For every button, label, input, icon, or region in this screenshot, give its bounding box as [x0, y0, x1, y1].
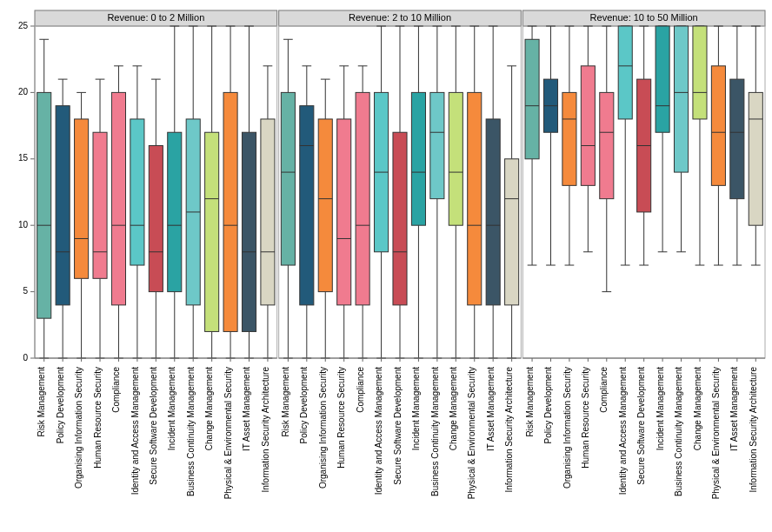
box-identity-and-access-management: [375, 26, 389, 358]
box-physical-environmental-security: [223, 26, 237, 358]
svg-rect-119: [318, 119, 332, 292]
x-tick-label: Policy Development: [299, 367, 309, 444]
box-compliance: [600, 26, 614, 292]
y-tick-label: 15: [18, 153, 29, 163]
svg-rect-147: [393, 132, 407, 305]
box-information-security-architecture: [749, 26, 762, 265]
box-identity-and-access-management: [130, 66, 144, 358]
svg-rect-261: [693, 26, 707, 119]
box-business-continuity-management: [430, 26, 444, 358]
svg-rect-212: [562, 92, 576, 185]
x-tick-label: Information Security Architecture: [504, 367, 514, 493]
x-tick-label: Secure Software Development: [393, 367, 403, 485]
x-tick-label: Incident Management: [656, 367, 665, 450]
x-tick-label: Physical & Environmental Security: [467, 367, 476, 499]
box-it-asset-management: [242, 26, 256, 358]
box-organising-information-security: [318, 79, 332, 358]
x-tick-label: Secure Software Development: [636, 367, 646, 485]
x-tick-label: Identity and Access Management: [130, 367, 140, 495]
x-tick-label: Physical & Environmental Security: [223, 367, 233, 499]
box-it-asset-management: [730, 26, 744, 265]
svg-rect-282: [749, 92, 762, 225]
box-risk-management: [37, 39, 51, 358]
y-tick-label: 20: [18, 87, 29, 96]
x-tick-label: Compliance: [111, 367, 121, 413]
panel-title: Revenue: 0 to 2 Million: [107, 12, 204, 23]
x-tick-label: Compliance: [599, 367, 609, 413]
svg-rect-247: [656, 26, 669, 132]
svg-rect-105: [281, 92, 295, 265]
box-incident-management: [656, 26, 669, 252]
x-tick-label: Incident Management: [167, 367, 176, 450]
svg-rect-133: [356, 92, 369, 304]
x-tick-label: Information Security Architecture: [749, 367, 758, 493]
box-secure-software-development: [149, 79, 163, 358]
x-tick-label: Policy Development: [543, 367, 553, 444]
svg-rect-40: [111, 92, 125, 304]
y-tick-label: 0: [23, 353, 28, 362]
x-tick-label: Human Resource Security: [581, 367, 590, 469]
svg-rect-268: [711, 66, 725, 186]
box-organising-information-security: [75, 92, 89, 358]
y-tick-label: 10: [18, 220, 29, 229]
x-tick-label: Business Continuity Management: [430, 367, 440, 496]
box-it-asset-management: [486, 26, 500, 358]
box-change-management: [693, 26, 707, 265]
x-tick-label: Change Management: [449, 367, 458, 450]
box-human-resource-security: [93, 79, 107, 358]
box-information-security-architecture: [505, 66, 519, 358]
box-secure-software-development: [393, 26, 407, 358]
box-business-continuity-management: [675, 26, 689, 252]
svg-rect-112: [300, 106, 314, 305]
x-tick-label: Human Resource Security: [93, 367, 103, 469]
box-identity-and-access-management: [618, 26, 632, 265]
svg-rect-154: [411, 92, 425, 225]
x-tick-label: Information Security Architecture: [261, 367, 270, 493]
svg-rect-233: [618, 26, 632, 119]
box-risk-management: [525, 26, 539, 265]
x-tick-label: Change Management: [204, 367, 214, 450]
svg-rect-33: [93, 132, 107, 278]
box-physical-environmental-security: [711, 26, 725, 265]
x-tick-label: Change Management: [693, 367, 702, 450]
x-tick-label: Organising Information Security: [318, 367, 328, 489]
svg-rect-175: [468, 92, 482, 304]
svg-rect-61: [168, 132, 182, 291]
panel-header: Revenue: 0 to 2 Million: [35, 10, 277, 26]
svg-rect-47: [130, 119, 144, 265]
x-tick-label: Risk Management: [37, 367, 46, 437]
box-compliance: [111, 66, 125, 358]
box-policy-development: [543, 26, 557, 265]
x-tick-label: Risk Management: [525, 367, 535, 437]
box-risk-management: [281, 39, 295, 358]
x-tick-label: Organising Information Security: [74, 367, 83, 489]
svg-rect-126: [337, 119, 351, 305]
svg-rect-168: [449, 92, 463, 225]
svg-rect-75: [205, 132, 219, 331]
box-change-management: [449, 26, 463, 358]
x-tick-label: Organising Information Security: [562, 367, 572, 489]
box-compliance: [356, 66, 369, 358]
svg-rect-189: [505, 159, 519, 305]
svg-rect-82: [223, 92, 237, 331]
y-tick-label: 5: [23, 286, 28, 296]
svg-rect-254: [675, 26, 689, 172]
box-human-resource-security: [337, 66, 351, 358]
svg-rect-26: [75, 119, 89, 278]
x-tick-label: IT Asset Management: [486, 367, 496, 451]
box-organising-information-security: [562, 26, 576, 265]
x-tick-label: Identity and Access Management: [618, 367, 628, 495]
svg-rect-198: [525, 39, 539, 159]
x-tick-label: Risk Management: [281, 367, 290, 437]
x-tick-label: Business Continuity Management: [674, 367, 683, 496]
x-tick-label: IT Asset Management: [729, 367, 739, 451]
x-tick-label: Incident Management: [411, 367, 421, 450]
x-tick-label: IT Asset Management: [242, 367, 251, 451]
x-tick-label: Secure Software Development: [149, 367, 158, 485]
box-business-continuity-management: [186, 26, 200, 358]
svg-rect-275: [730, 79, 744, 199]
x-tick-label: Human Resource Security: [336, 367, 346, 469]
svg-rect-89: [242, 132, 256, 331]
y-tick-label: 25: [18, 21, 29, 30]
x-tick-label: Compliance: [356, 367, 365, 413]
